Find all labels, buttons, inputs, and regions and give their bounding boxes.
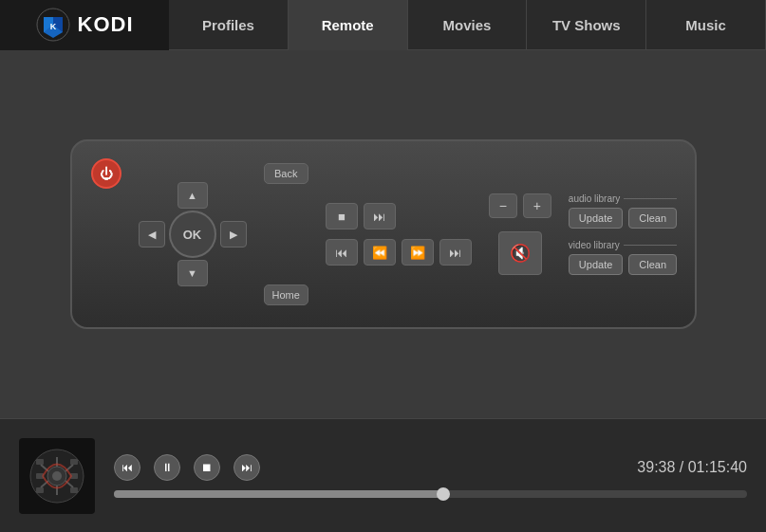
dpad: ▲ ◀ OK ▶ ▼ (139, 182, 247, 286)
player-pause-button[interactable]: ⏸ (154, 454, 180, 481)
progress-thumb[interactable] (437, 487, 450, 501)
mute-button[interactable]: 🔇 (498, 231, 542, 275)
svg-point-19 (52, 471, 62, 481)
stop-button[interactable]: ■ (326, 203, 358, 229)
kodi-text: KODI (78, 12, 134, 37)
vol-down-button[interactable]: − (489, 193, 517, 218)
player-next-button[interactable]: ⏭ (234, 454, 260, 481)
player-stop-button[interactable]: ⏹ (194, 454, 220, 481)
video-library-label: video library (569, 240, 677, 250)
svg-text:K: K (49, 22, 56, 31)
dpad-down[interactable]: ▼ (177, 260, 208, 286)
dpad-ok[interactable]: OK (169, 211, 216, 258)
progress-bar[interactable] (114, 490, 747, 498)
kodi-icon: K (36, 8, 70, 42)
dpad-left[interactable]: ◀ (139, 221, 165, 248)
audio-library-label: audio library (569, 193, 677, 204)
media-controls: ■ ⏭ ⏮ ⏪ ⏩ ⏭ (326, 203, 472, 266)
video-update-button[interactable]: Update (569, 254, 623, 275)
progress-fill (114, 490, 443, 498)
library-section: audio library Update Clean video library… (569, 193, 677, 275)
video-library-buttons: Update Clean (569, 254, 677, 275)
film-icon (28, 448, 85, 504)
dpad-right[interactable]: ▶ (220, 221, 247, 248)
video-library-group: video library Update Clean (569, 240, 677, 275)
audio-library-buttons: Update Clean (569, 208, 677, 229)
svg-rect-7 (36, 459, 44, 465)
svg-rect-8 (36, 473, 44, 479)
main-content: ⏻ ▲ ◀ OK ▶ ▼ Back Home ■ ⏭ (0, 50, 766, 418)
time-display: 39:38 / 01:15:40 (637, 459, 747, 476)
svg-rect-9 (36, 487, 44, 493)
next-button[interactable]: ⏭ (364, 203, 396, 229)
audio-library-group: audio library Update Clean (569, 193, 677, 229)
audio-update-button[interactable]: Update (569, 208, 623, 229)
player-prev-button[interactable]: ⏮ (114, 454, 140, 481)
video-library-line (624, 245, 677, 246)
player-thumbnail (19, 438, 95, 514)
vol-up-button[interactable]: + (523, 193, 551, 218)
fastforward-button[interactable]: ⏩ (402, 239, 434, 266)
home-button[interactable]: Home (264, 284, 308, 305)
nav-item-movies[interactable]: Movies (408, 0, 528, 50)
power-button[interactable]: ⏻ (91, 158, 121, 189)
nav-item-profiles[interactable]: Profiles (169, 0, 289, 50)
nav-item-remote[interactable]: Remote (289, 0, 408, 50)
skip-forward-button[interactable]: ⏭ (439, 239, 472, 266)
nav-bar: K KODI Profiles Remote Movies TV Shows M… (0, 0, 766, 50)
rewind-button[interactable]: ⏪ (364, 239, 396, 266)
svg-rect-12 (70, 487, 78, 493)
nav-buttons: Back Home (264, 158, 308, 310)
back-button[interactable]: Back (264, 163, 308, 184)
nav-item-tvshows[interactable]: TV Shows (527, 0, 646, 50)
player-controls: ⏮ ⏸ ⏹ ⏭ 39:38 / 01:15:40 (114, 454, 747, 481)
audio-library-line (624, 198, 677, 199)
nav-item-music[interactable]: Music (646, 0, 766, 50)
player-bar: ⏮ ⏸ ⏹ ⏭ 39:38 / 01:15:40 (0, 418, 766, 532)
video-clean-button[interactable]: Clean (628, 254, 677, 275)
dpad-up[interactable]: ▲ (177, 182, 208, 209)
kodi-logo: K KODI (0, 0, 169, 50)
audio-clean-button[interactable]: Clean (628, 208, 677, 229)
remote-control: ⏻ ▲ ◀ OK ▶ ▼ Back Home ■ ⏭ (70, 139, 697, 329)
player-controls-area: ⏮ ⏸ ⏹ ⏭ 39:38 / 01:15:40 (114, 454, 747, 498)
volume-section: − + 🔇 (489, 193, 551, 275)
svg-rect-10 (70, 459, 78, 465)
prev-button[interactable]: ⏮ (326, 239, 358, 266)
